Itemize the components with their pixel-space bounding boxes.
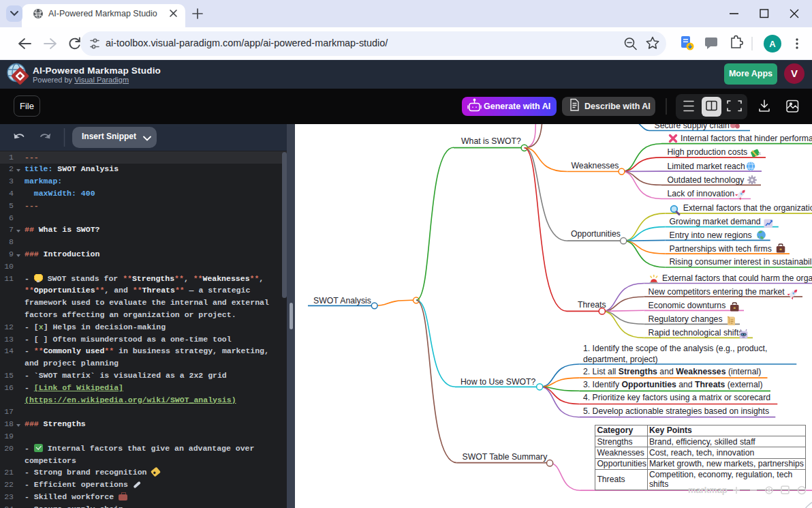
svg-text:Rapid technological shifts: Rapid technological shifts [649,328,743,338]
svg-text:Rising consumer interest in su: Rising consumer interest in sustainabili… [670,257,812,267]
svg-text:Outdated technology: Outdated technology [667,175,745,185]
svg-text:Weaknesses: Weaknesses [572,161,619,170]
svg-text:1. Identify the scope of the a: 1. Identify the scope of the analysis (e… [583,344,767,353]
svg-text:Lack of innovation: Lack of innovation [667,189,734,198]
svg-text:New competitors entering the m: New competitors entering the market [649,287,785,297]
svg-text:Entry into new regions: Entry into new regions [670,230,752,240]
svg-text:3. Identify Opportunities and: 3. Identify Opportunities and Threats (e… [583,380,763,389]
svg-text:Regulatory changes: Regulatory changes [649,314,723,324]
svg-text:2. List all Strengths and Weak: 2. List all Strengths and Weaknesses (in… [583,367,761,376]
svg-text:Internal factors that hinder p: Internal factors that hinder performance [681,134,812,143]
svg-text:Partnerships with tech firms: Partnerships with tech firms [670,244,772,254]
svg-text:A: A [769,39,776,49]
svg-text:Secure supply chain: Secure supply chain [655,124,730,130]
svg-text:What is SWOT?: What is SWOT? [461,136,521,146]
svg-text:Growing market demand: Growing market demand [670,217,761,226]
svg-text:Opportunities: Opportunities [571,229,621,239]
svg-text:High production costs: High production costs [667,147,747,157]
svg-text:External factors that could ha: External factors that could harm the org… [662,273,812,283]
svg-text:department, project): department, project) [583,355,658,364]
svg-text:SWOT Table Summary: SWOT Table Summary [463,452,548,462]
svg-text:Economic downturns: Economic downturns [649,301,726,310]
svg-text:How to Use SWOT?: How to Use SWOT? [460,377,535,387]
svg-text:5. Develop actionable strategi: 5. Develop actionable strategies based o… [583,406,769,416]
svg-text:SWOT Analysis: SWOT Analysis [313,296,371,305]
svg-text:External factors that the orga: External factors that the organization c [683,203,812,213]
svg-text:Limited market reach: Limited market reach [667,162,745,171]
svg-text:4. Prioritize key factors usin: 4. Prioritize key factors using a matrix… [583,393,770,402]
